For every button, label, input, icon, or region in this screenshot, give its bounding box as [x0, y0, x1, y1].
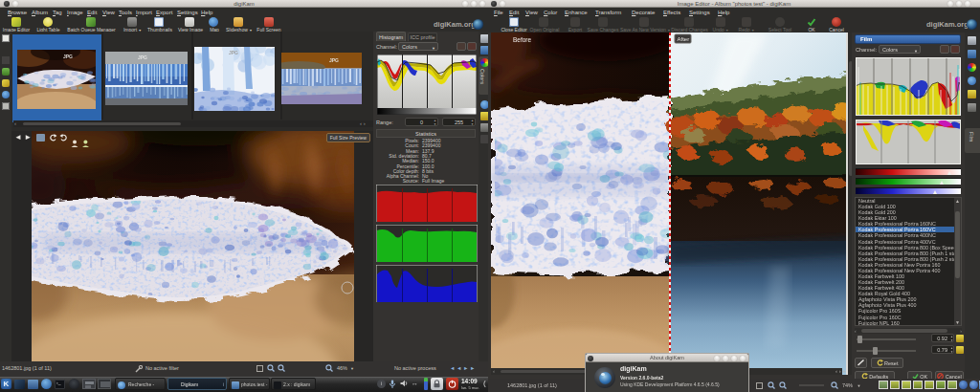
- svg-text:JPG: JPG: [138, 54, 147, 60]
- svg-text:JPG: JPG: [63, 54, 73, 59]
- svg-text:After: After: [678, 36, 690, 42]
- svg-text:JPG: JPG: [329, 57, 339, 63]
- svg-text:Before: Before: [513, 36, 532, 43]
- svg-text:JPG: JPG: [229, 50, 238, 55]
